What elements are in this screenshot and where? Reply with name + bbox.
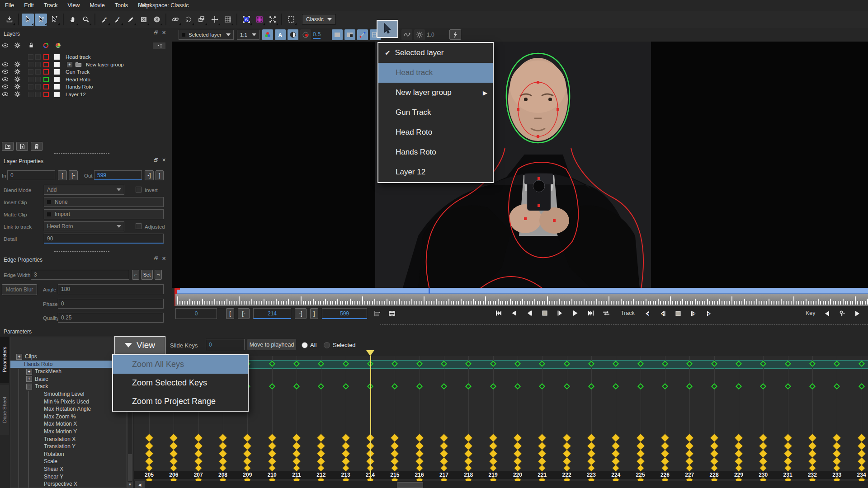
- keyframe-yellow[interactable]: [661, 434, 669, 442]
- layer-menu-item[interactable]: Layer 12: [378, 162, 493, 182]
- keyframe-green[interactable]: [269, 383, 275, 389]
- out-field[interactable]: 599: [94, 170, 142, 180]
- layer-menu-item[interactable]: Gun Track: [378, 103, 493, 122]
- insert-clip-dropdown[interactable]: None: [44, 197, 164, 207]
- layer-matte-swatch[interactable]: [54, 69, 60, 75]
- lock-cell[interactable]: [35, 77, 41, 82]
- layer-row[interactable]: Hands Roto: [0, 83, 171, 90]
- keyframe-yellow[interactable]: [760, 442, 767, 450]
- keyframe-yellow[interactable]: [710, 450, 718, 458]
- keyframe-yellow[interactable]: [833, 450, 841, 458]
- keyframe-green[interactable]: [662, 383, 668, 389]
- tree-item-shear-y[interactable]: Shear Y: [10, 473, 127, 480]
- keyframe-yellow[interactable]: [268, 458, 276, 465]
- eye-icon[interactable]: [2, 83, 9, 90]
- tree-item-trackmesh[interactable]: +TrackMesh: [10, 368, 127, 375]
- keyframe-yellow[interactable]: [146, 442, 153, 450]
- tree-item-smoothing-level[interactable]: Smoothing Level: [10, 390, 127, 398]
- view-menu-item[interactable]: Zoom to Project Range: [113, 392, 248, 411]
- frame-range-icon[interactable]: [371, 308, 384, 319]
- keyframe-yellow[interactable]: [710, 434, 718, 442]
- tree-item-max-motion-y[interactable]: Max Motion Y: [10, 428, 127, 435]
- keyframe-yellow[interactable]: [293, 465, 300, 471]
- keyframe-yellow[interactable]: [612, 458, 620, 465]
- layer-menu-item[interactable]: ✔Selected layer: [378, 43, 493, 63]
- keyframe-yellow[interactable]: [170, 442, 178, 450]
- keyframe-yellow[interactable]: [440, 434, 448, 442]
- keyframe-yellow[interactable]: [760, 458, 767, 465]
- grid-magenta-tool[interactable]: [253, 14, 265, 26]
- keyframe-yellow[interactable]: [858, 434, 865, 442]
- keyframe-yellow[interactable]: [489, 442, 497, 450]
- lock-cell[interactable]: [35, 92, 41, 97]
- keyframe-yellow[interactable]: [563, 450, 571, 458]
- keyframe-yellow[interactable]: [760, 450, 767, 458]
- scroll-left-icon[interactable]: ◀: [135, 481, 145, 488]
- eye-icon[interactable]: [2, 76, 9, 83]
- keyframe-green[interactable]: [858, 383, 864, 389]
- layer-row[interactable]: Gun Track: [0, 68, 171, 75]
- layer-row[interactable]: Head track: [0, 53, 171, 61]
- rect-x-tool[interactable]: [137, 14, 150, 26]
- goto-in-button[interactable]: [: [226, 308, 234, 319]
- layer-name[interactable]: Head Roto: [66, 77, 90, 82]
- keyframe-green[interactable]: [465, 383, 472, 389]
- tree-item-basic[interactable]: +Basic: [10, 375, 127, 383]
- layer-name[interactable]: New layer group: [86, 62, 124, 67]
- key-back-button[interactable]: [821, 308, 833, 319]
- keyframe-yellow[interactable]: [170, 465, 177, 471]
- keyframe-yellow[interactable]: [736, 465, 742, 471]
- select-tool[interactable]: [22, 14, 34, 26]
- keyframe-green[interactable]: [514, 383, 521, 389]
- keyframe-yellow[interactable]: [735, 434, 742, 442]
- skip-end-button[interactable]: [585, 307, 597, 319]
- keyframe-yellow[interactable]: [784, 434, 792, 442]
- zoom-fit-tool[interactable]: [266, 14, 278, 26]
- expand-group-button[interactable]: +: [67, 62, 72, 67]
- keyframe-yellow[interactable]: [292, 450, 300, 458]
- keyframe-yellow[interactable]: [564, 465, 570, 471]
- tab-dope-sheet[interactable]: Dope Sheet: [0, 385, 9, 435]
- keyframe-green[interactable]: [490, 383, 496, 389]
- keyframe-green[interactable]: [711, 383, 717, 389]
- keyframe-yellow[interactable]: [784, 450, 792, 458]
- keyframe-yellow[interactable]: [244, 434, 251, 442]
- keyframe-yellow[interactable]: [538, 442, 546, 450]
- edge-set-button[interactable]: Set: [141, 270, 153, 280]
- lock-cell[interactable]: [28, 69, 33, 75]
- keyframe-green[interactable]: [441, 383, 447, 389]
- close-icon[interactable]: ✕: [162, 157, 166, 163]
- tab-parameters[interactable]: Parameters: [0, 337, 9, 383]
- keyframe-yellow[interactable]: [858, 450, 865, 458]
- keyframe-yellow[interactable]: [637, 458, 644, 465]
- track-fwd-key-button[interactable]: T: [703, 308, 715, 319]
- keyframe-yellow[interactable]: [809, 465, 816, 471]
- slide-keys-field[interactable]: 0: [206, 339, 245, 350]
- lock-cell[interactable]: [35, 69, 41, 75]
- keyframe-yellow[interactable]: [612, 434, 620, 442]
- layer-matte-swatch[interactable]: [54, 62, 60, 67]
- keyframe-green[interactable]: [809, 383, 816, 389]
- stop-button[interactable]: [538, 307, 551, 319]
- key-forward-button[interactable]: [851, 308, 864, 319]
- keyframe-yellow[interactable]: [833, 434, 841, 442]
- keyframe-yellow[interactable]: [710, 442, 718, 450]
- tree-item-max-rotation-angle[interactable]: Max Rotation Angle: [10, 405, 127, 413]
- set-out-button[interactable]: ]: [156, 170, 164, 180]
- trim-in-button[interactable]: [-: [69, 170, 78, 180]
- edge-inc-button[interactable]: ¬: [155, 270, 162, 280]
- keyframe-yellow[interactable]: [465, 442, 472, 450]
- hscroll-handle[interactable]: [397, 482, 423, 488]
- keyframe-yellow[interactable]: [146, 434, 153, 442]
- keyframe-yellow[interactable]: [514, 458, 521, 465]
- keyframe-yellow[interactable]: [219, 450, 226, 458]
- keyframe-yellow[interactable]: [317, 450, 325, 458]
- keyframe-green[interactable]: [637, 383, 644, 389]
- layer-name[interactable]: Layer 12: [66, 92, 86, 97]
- keyframe-yellow[interactable]: [490, 465, 496, 471]
- keyframe-yellow[interactable]: [834, 465, 840, 471]
- keyframe-yellow[interactable]: [760, 465, 766, 471]
- view-layer-dropdown[interactable]: Selected layer: [179, 30, 234, 40]
- power-button[interactable]: [449, 29, 461, 40]
- edge-dec-button[interactable]: ⌐: [132, 270, 139, 280]
